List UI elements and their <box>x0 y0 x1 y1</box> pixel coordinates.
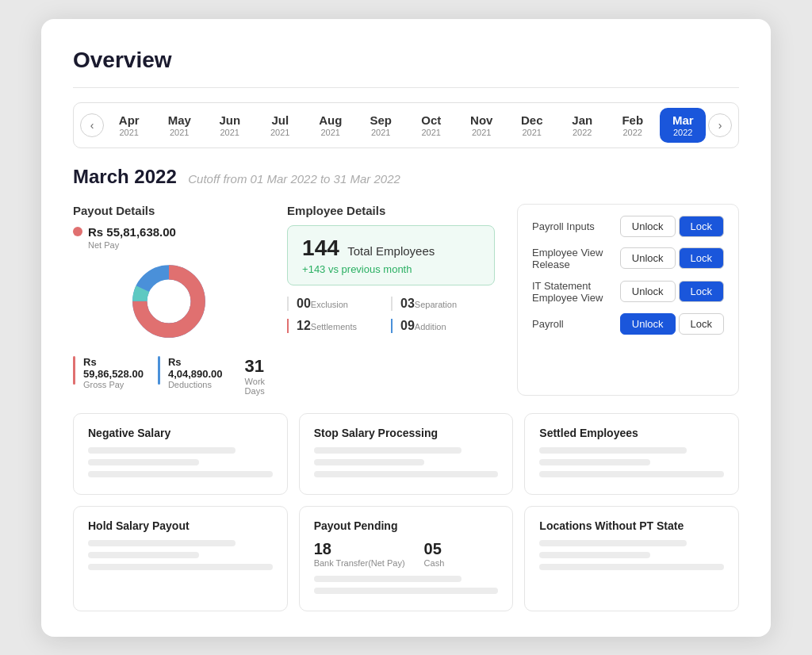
gross-pay-label: Gross Pay <box>83 380 144 389</box>
placeholder-line <box>539 552 650 558</box>
btn-group-3: Unlock Lock <box>620 313 724 335</box>
info-card-locations-without-pt-state: Locations Without PT State <box>524 506 739 611</box>
placeholder-line <box>539 564 724 570</box>
month-item-sep-2021[interactable]: Sep2021 <box>358 108 404 143</box>
lock-label-2: IT Statement Employee View <box>532 280 620 304</box>
info-card-payout-pending: Payout Pending18Bank Transfer(Net Pay)05… <box>299 506 514 611</box>
work-days-number: 31 <box>245 356 265 377</box>
placeholder-line <box>539 459 650 465</box>
work-days-label: Work Days <box>245 377 265 396</box>
total-label: Total Employees <box>347 244 435 258</box>
month-item-nov-2021[interactable]: Nov2021 <box>458 108 504 143</box>
lock-btn-2[interactable]: Lock <box>679 281 724 302</box>
placeholder-line <box>88 447 236 454</box>
lock-row-2: IT Statement Employee View Unlock Lock <box>532 280 724 304</box>
work-days: 31 Work Days <box>237 356 265 396</box>
month-item-jul-2021[interactable]: Jul2021 <box>257 108 303 143</box>
placeholder-line <box>539 540 687 546</box>
month-item-mar-2022[interactable]: Mar2022 <box>660 108 706 143</box>
emp-stat-exclusion: 00Exclusion <box>287 297 391 311</box>
placeholder-line <box>88 471 273 477</box>
lock-row-1: Employee View Release Unlock Lock <box>532 247 724 270</box>
lock-btn-3[interactable]: Lock <box>679 313 724 335</box>
section-title: March 2022 <box>73 166 177 187</box>
employee-section: Employee Details 144 Total Employees +14… <box>287 204 495 396</box>
svg-point-3 <box>148 281 189 321</box>
btn-group-1: Unlock Lock <box>620 247 724 269</box>
btn-group-0: Unlock Lock <box>620 216 724 237</box>
section-subtitle: Cutoff from 01 Mar 2022 to 31 Mar 2022 <box>188 172 400 186</box>
month-item-jun-2021[interactable]: Jun2021 <box>207 108 253 143</box>
info-card-stop-salary-processing: Stop Salary Processing <box>299 413 514 495</box>
info-card-negative-salary: Negative Salary <box>73 413 288 495</box>
payout-pending-data: 18Bank Transfer(Net Pay)05Cash <box>314 540 499 568</box>
month-item-oct-2021[interactable]: Oct2021 <box>408 108 454 143</box>
title-divider <box>73 87 739 88</box>
emp-stat-separation: 03Separation <box>391 297 495 311</box>
main-card: Overview ‹ Apr2021May2021Jun2021Jul2021A… <box>41 19 771 637</box>
placeholder-line <box>88 540 236 546</box>
placeholder-line <box>314 447 462 454</box>
deductions-amount: Rs 4,04,890.00 <box>168 356 223 380</box>
month-item-dec-2021[interactable]: Dec2021 <box>509 108 555 143</box>
lock-label-1: Employee View Release <box>532 247 620 270</box>
page-title: Overview <box>73 48 739 73</box>
total-employees-box: 144 Total Employees +143 vs previous mon… <box>287 225 495 285</box>
gross-pay-amount: Rs 59,86,528.00 <box>83 356 144 380</box>
change-text: +143 vs previous month <box>302 263 480 275</box>
month-nav: ‹ Apr2021May2021Jun2021Jul2021Aug2021Sep… <box>73 102 739 148</box>
placeholder-line <box>314 588 499 594</box>
ic-title-5: Locations Without PT State <box>539 519 724 532</box>
net-pay-legend: Rs 55,81,638.00 <box>73 225 265 239</box>
info-card-hold-salary-payout: Hold Salary Payout <box>73 506 288 611</box>
info-card-settled-employees: Settled Employees <box>524 413 739 495</box>
payout-footer: Rs 59,86,528.00 Gross Pay Rs 4,04,890.00… <box>73 356 265 396</box>
cards-grid: Negative SalaryStop Salary ProcessingSet… <box>73 413 739 611</box>
donut-chart <box>73 258 265 345</box>
lock-btn-1[interactable]: Lock <box>679 247 724 269</box>
gross-pay-bar <box>73 356 75 385</box>
lock-label-3: Payroll <box>532 318 620 330</box>
ic-title-2: Settled Employees <box>539 427 724 439</box>
net-pay-amount: Rs 55,81,638.00 <box>88 225 176 239</box>
placeholder-line <box>539 447 687 454</box>
payout-section: Payout Details Rs 55,81,638.00 Net Pay <box>73 204 265 396</box>
months-list: Apr2021May2021Jun2021Jul2021Aug2021Sep20… <box>104 108 708 143</box>
unlock-btn-3[interactable]: Unlock <box>620 313 676 335</box>
placeholder-line <box>539 471 724 477</box>
month-item-apr-2021[interactable]: Apr2021 <box>106 108 152 143</box>
net-pay-label: Net Pay <box>88 240 265 250</box>
unlock-btn-2[interactable]: Unlock <box>620 281 676 302</box>
lock-section: Payroll Inputs Unlock Lock Employee View… <box>517 204 739 396</box>
section-header: March 2022 Cutoff from 01 Mar 2022 to 31… <box>73 166 739 188</box>
prev-month-button[interactable]: ‹ <box>80 113 104 137</box>
employee-title: Employee Details <box>287 204 495 217</box>
deductions-bar <box>158 356 160 385</box>
unlock-btn-0[interactable]: Unlock <box>620 216 676 237</box>
donut-svg <box>125 258 213 345</box>
next-month-button[interactable]: › <box>708 113 732 137</box>
btn-group-2: Unlock Lock <box>620 281 724 302</box>
placeholder-line <box>314 471 499 477</box>
net-pay-dot <box>73 227 82 236</box>
month-item-aug-2021[interactable]: Aug2021 <box>308 108 354 143</box>
ic-title-4: Payout Pending <box>314 519 499 532</box>
placeholder-line <box>314 459 425 465</box>
deductions-label: Deductions <box>168 380 223 389</box>
emp-stat-addition: 09Addition <box>391 319 495 333</box>
month-item-feb-2022[interactable]: Feb2022 <box>610 108 656 143</box>
month-item-jan-2022[interactable]: Jan2022 <box>559 108 605 143</box>
emp-stats: 00Exclusion03Separation12Settlements09Ad… <box>287 297 495 333</box>
emp-stat-settlements: 12Settlements <box>287 319 391 333</box>
month-item-may-2021[interactable]: May2021 <box>156 108 202 143</box>
placeholder-line <box>88 552 199 558</box>
ic-title-1: Stop Salary Processing <box>314 427 499 439</box>
lock-row-3: Payroll Unlock Lock <box>532 313 724 335</box>
lock-btn-0[interactable]: Lock <box>679 216 724 237</box>
payout-title: Payout Details <box>73 204 265 217</box>
main-content: Payout Details Rs 55,81,638.00 Net Pay <box>73 204 739 396</box>
placeholder-line <box>314 576 462 582</box>
unlock-btn-1[interactable]: Unlock <box>620 247 676 269</box>
ic-title-0: Negative Salary <box>88 427 273 439</box>
ic-title-3: Hold Salary Payout <box>88 519 273 532</box>
